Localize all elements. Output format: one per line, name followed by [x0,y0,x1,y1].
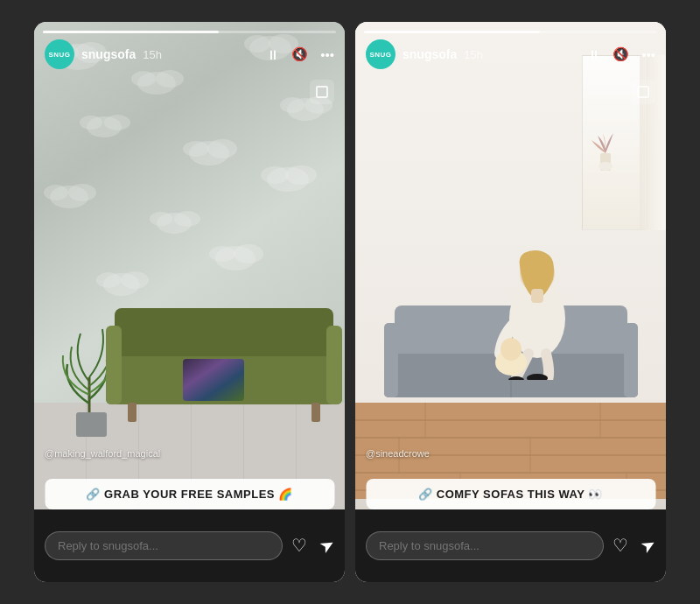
svg-point-11 [80,116,102,130]
bottom-icons-2: ♡ ➤ [612,537,655,554]
expand-icon-border-2 [637,86,649,98]
header-right-2: ⏸ 🔇 ••• [587,46,655,62]
story-card-2: SNUG snugsofa 15h ⏸ 🔇 ••• [355,22,666,582]
svg-point-26 [261,166,289,184]
story-bottom-2: ♡ ➤ [355,509,666,582]
svg-rect-37 [106,326,122,404]
header-left-2: SNUG snugsofa 15h [366,39,483,69]
svg-point-22 [174,211,200,227]
heart-icon-1[interactable]: ♡ [291,537,307,554]
progress-bar-1 [43,31,336,33]
avatar-1: SNUG [45,39,74,69]
reply-input-2[interactable] [366,531,604,560]
svg-point-14 [183,141,209,157]
svg-rect-63 [531,289,543,303]
expand-icon-2[interactable] [631,80,655,104]
progress-fill-1 [43,31,219,33]
mention-1: @making_walford_magical [45,448,160,459]
svg-point-10 [104,115,130,130]
svg-point-28 [121,271,149,289]
svg-rect-41 [312,403,320,422]
bottom-icons-1: ♡ ➤ [291,537,334,554]
svg-rect-39 [183,359,244,401]
header-left-1: SNUG snugsofa 15h [45,39,162,69]
reply-input-1[interactable] [45,531,283,560]
svg-point-43 [598,162,612,171]
mute-icon-1[interactable]: 🔇 [291,46,308,62]
story-header-2: SNUG snugsofa 15h ⏸ 🔇 ••• [355,39,666,69]
svg-rect-33 [76,412,107,437]
svg-rect-59 [624,323,638,397]
expand-icon-border-1 [316,86,328,98]
time-ago-1: 15h [143,48,162,61]
header-right-1: ⏸ 🔇 ••• [266,46,334,62]
send-icon-2[interactable]: ➤ [637,534,659,557]
expand-icon-1[interactable] [310,80,334,104]
progress-bar-2 [364,31,657,33]
svg-point-32 [209,246,235,262]
username-2: snugsofa [402,47,457,61]
cta-button-1[interactable]: 🔗 GRAB YOUR FREE SAMPLES 🌈 [45,479,334,509]
story-bottom-1: ♡ ➤ [34,509,345,582]
story-header-1: SNUG snugsofa 15h ⏸ 🔇 ••• [34,39,345,69]
more-icon-1[interactable]: ••• [320,47,334,62]
mention-2: @sineadcrowe [366,448,430,459]
svg-point-19 [68,184,96,201]
progress-fill-2 [364,31,540,33]
svg-point-25 [285,165,317,185]
svg-point-29 [96,272,121,288]
svg-point-5 [131,71,156,87]
svg-point-4 [156,70,184,88]
person [485,249,590,383]
svg-point-20 [44,185,68,200]
svg-rect-38 [326,326,342,404]
more-icon-2[interactable]: ••• [641,47,655,62]
username-1: snugsofa [81,47,136,61]
svg-point-65 [500,338,522,361]
cta-button-2[interactable]: 🔗 COMFY SOFAS THIS WAY 👀 [366,479,655,509]
story-card-1: SNUG snugsofa 15h ⏸ 🔇 ••• [34,22,345,582]
svg-point-31 [234,244,263,263]
svg-point-17 [280,97,304,113]
avatar-2: SNUG [366,39,396,69]
svg-point-23 [150,212,172,226]
mute-icon-2[interactable]: 🔇 [612,46,629,62]
svg-point-13 [207,139,237,158]
pause-icon-2[interactable]: ⏸ [587,47,600,62]
svg-rect-58 [384,323,398,397]
stories-container: SNUG snugsofa 15h ⏸ 🔇 ••• [17,4,683,600]
side-table-items [587,123,622,179]
green-sofa [106,308,316,425]
heart-icon-2[interactable]: ♡ [612,537,628,554]
send-icon-1[interactable]: ➤ [316,534,338,557]
svg-rect-40 [128,403,136,422]
time-ago-2: 15h [464,48,483,61]
pause-icon-1[interactable]: ⏸ [266,47,279,62]
